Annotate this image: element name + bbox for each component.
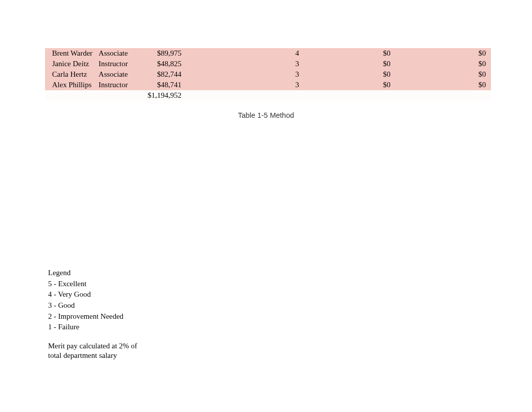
cell-salary: $89,975 [133, 48, 184, 59]
cell-score: 3 [184, 69, 302, 80]
table-caption: Table 1-5 Method [0, 111, 532, 119]
merit-note: Merit pay calculated at 2% of total depa… [48, 341, 141, 360]
legend-header: Legend [48, 268, 148, 278]
cell-role: Associate [96, 48, 133, 59]
cell-salary: $48,825 [133, 59, 184, 69]
cell-score: 4 [184, 48, 302, 59]
table-total-row: $1,194,952 [45, 90, 491, 101]
cell-val2: $0 [393, 48, 491, 59]
legend-item: 2 - Improvement Needed [48, 311, 148, 322]
legend-item: 5 - Excellent [48, 279, 148, 289]
cell-name: Janice Deitz [45, 59, 96, 69]
cell-role: Associate [96, 69, 133, 80]
cell-score: 3 [184, 59, 302, 69]
table-row: Janice Deitz Instructor $48,825 3 $0 $0 [45, 59, 491, 69]
cell-role: Instructor [96, 80, 133, 90]
legend-item: 3 - Good [48, 300, 148, 311]
cell-val1: $0 [302, 69, 393, 80]
cell-salary: $82,744 [133, 69, 184, 80]
table-row: Alex Phillips Instructor $48,741 3 $0 $0 [45, 80, 491, 90]
legend: Legend 5 - Excellent 4 - Very Good 3 - G… [48, 268, 148, 360]
cell-val2: $0 [393, 59, 491, 69]
cell-name: Alex Phillips [45, 80, 96, 90]
table-row: Carla Hertz Associate $82,744 3 $0 $0 [45, 69, 491, 80]
cell-val2: $0 [393, 80, 491, 90]
cell-val1: $0 [302, 59, 393, 69]
cell-name: Carla Hertz [45, 69, 96, 80]
cell-salary: $48,741 [133, 80, 184, 90]
cell-val1: $0 [302, 48, 393, 59]
cell-score: 3 [184, 80, 302, 90]
cell-total: $1,194,952 [133, 90, 184, 101]
cell-val2: $0 [393, 69, 491, 80]
table-row: Brent Warder Associate $89,975 4 $0 $0 [45, 48, 491, 59]
cell-val1: $0 [302, 80, 393, 90]
legend-item: 1 - Failure [48, 322, 148, 332]
cell-name: Brent Warder [45, 48, 96, 59]
cell-role: Instructor [96, 59, 133, 69]
legend-item: 4 - Very Good [48, 289, 148, 300]
salary-table: Brent Warder Associate $89,975 4 $0 $0 J… [45, 48, 491, 101]
